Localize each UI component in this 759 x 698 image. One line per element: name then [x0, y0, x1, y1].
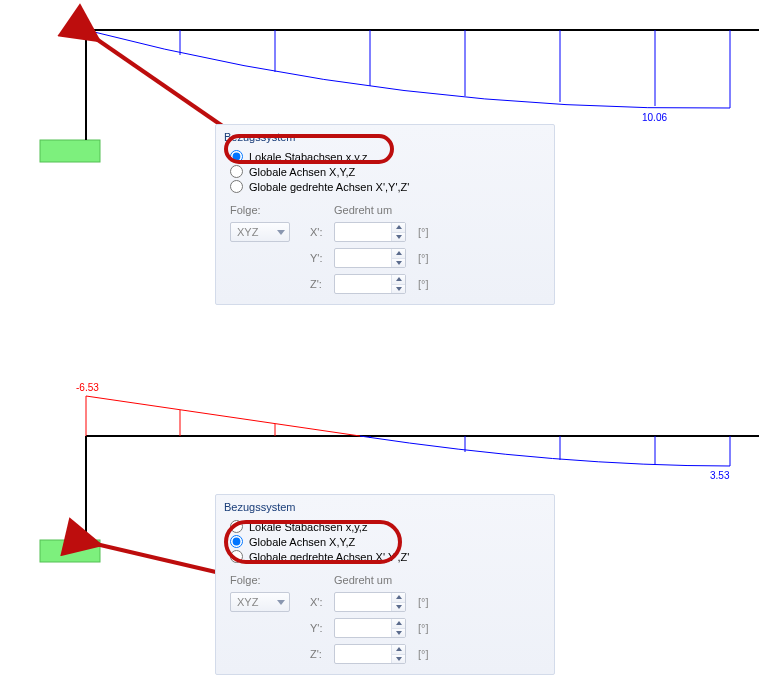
x-rotation-input[interactable]	[334, 222, 406, 242]
spin-down-icon[interactable]	[392, 629, 405, 638]
axis-y-label: Y':	[310, 252, 334, 264]
radio-global-axes-label: Globale Achsen X,Y,Z	[249, 536, 355, 548]
z-rotation-field[interactable]	[335, 275, 391, 293]
support-left	[40, 140, 100, 162]
axis-x-label: X':	[310, 596, 334, 608]
spin-up-icon[interactable]	[392, 645, 405, 655]
radio-rotated-axes[interactable]: Globale gedrehte Achsen X',Y',Z'	[224, 179, 546, 194]
unit-deg: [°]	[414, 648, 444, 660]
panel-title: Bezugssystem	[224, 129, 546, 149]
axis-z-label: Z':	[310, 278, 334, 290]
unit-deg: [°]	[414, 252, 444, 264]
folge-label: Folge:	[230, 204, 310, 216]
unit-deg: [°]	[414, 622, 444, 634]
axis-x-label: X':	[310, 226, 334, 238]
spin-up-icon[interactable]	[392, 593, 405, 603]
radio-rotated-axes-input[interactable]	[230, 180, 243, 193]
value-label-353: 3.53	[710, 470, 729, 481]
y-rotation-input[interactable]	[334, 248, 406, 268]
spin-up-icon[interactable]	[392, 223, 405, 233]
radio-local-axes[interactable]: Lokale Stabachsen x,y,z	[224, 149, 546, 164]
axis-z-label: Z':	[310, 648, 334, 660]
z-rotation-input[interactable]	[334, 644, 406, 664]
spin-down-icon[interactable]	[392, 259, 405, 268]
result-blue	[360, 436, 730, 466]
y-rotation-input[interactable]	[334, 618, 406, 638]
radio-local-axes-label: Lokale Stabachsen x,y,z	[249, 151, 367, 163]
radio-global-axes[interactable]: Globale Achsen X,Y,Z	[224, 534, 546, 549]
node-support	[82, 536, 90, 544]
radio-rotated-axes-label: Globale gedrehte Achsen X',Y',Z'	[249, 551, 409, 563]
panel-title: Bezugssystem	[224, 499, 546, 519]
unit-deg: [°]	[414, 596, 444, 608]
spin-down-icon[interactable]	[392, 233, 405, 242]
folge-value: XYZ	[237, 226, 258, 238]
panel-bezugssystem-1: Bezugssystem Lokale Stabachsen x,y,z Glo…	[215, 124, 555, 305]
folge-label: Folge:	[230, 574, 310, 586]
node-top	[82, 26, 90, 34]
axis-y-label: Y':	[310, 622, 334, 634]
folge-select[interactable]: XYZ	[230, 592, 290, 612]
gedreht-label: Gedreht um	[334, 204, 414, 216]
radio-local-axes[interactable]: Lokale Stabachsen x,y,z	[224, 519, 546, 534]
radio-global-axes-input[interactable]	[230, 535, 243, 548]
radio-rotated-axes-input[interactable]	[230, 550, 243, 563]
x-rotation-field[interactable]	[335, 593, 391, 611]
folge-select[interactable]: XYZ	[230, 222, 290, 242]
radio-local-axes-input[interactable]	[230, 520, 243, 533]
spin-down-icon[interactable]	[392, 603, 405, 612]
unit-deg: [°]	[414, 278, 444, 290]
radio-global-axes[interactable]: Globale Achsen X,Y,Z	[224, 164, 546, 179]
z-rotation-field[interactable]	[335, 645, 391, 663]
x-rotation-field[interactable]	[335, 223, 391, 241]
chevron-down-icon	[277, 230, 285, 235]
radio-rotated-axes-label: Globale gedrehte Achsen X',Y',Z'	[249, 181, 409, 193]
panel-bezugssystem-2: Bezugssystem Lokale Stabachsen x,y,z Glo…	[215, 494, 555, 675]
y-rotation-field[interactable]	[335, 619, 391, 637]
radio-global-axes-input[interactable]	[230, 165, 243, 178]
unit-deg: [°]	[414, 226, 444, 238]
value-label-neg653: -6.53	[76, 382, 99, 393]
radio-local-axes-label: Lokale Stabachsen x,y,z	[249, 521, 367, 533]
radio-global-axes-label: Globale Achsen X,Y,Z	[249, 166, 355, 178]
radio-rotated-axes[interactable]: Globale gedrehte Achsen X',Y',Z'	[224, 549, 546, 564]
y-rotation-field[interactable]	[335, 249, 391, 267]
chevron-down-icon	[277, 600, 285, 605]
result-curve	[86, 30, 730, 108]
support-left	[40, 540, 100, 562]
radio-local-axes-input[interactable]	[230, 150, 243, 163]
spin-down-icon[interactable]	[392, 285, 405, 294]
spin-up-icon[interactable]	[392, 275, 405, 285]
x-rotation-input[interactable]	[334, 592, 406, 612]
value-label-1006: 10.06	[642, 112, 667, 123]
folge-value: XYZ	[237, 596, 258, 608]
gedreht-label: Gedreht um	[334, 574, 414, 586]
result-red	[86, 396, 360, 436]
spin-down-icon[interactable]	[392, 655, 405, 664]
z-rotation-input[interactable]	[334, 274, 406, 294]
spin-up-icon[interactable]	[392, 619, 405, 629]
spin-up-icon[interactable]	[392, 249, 405, 259]
